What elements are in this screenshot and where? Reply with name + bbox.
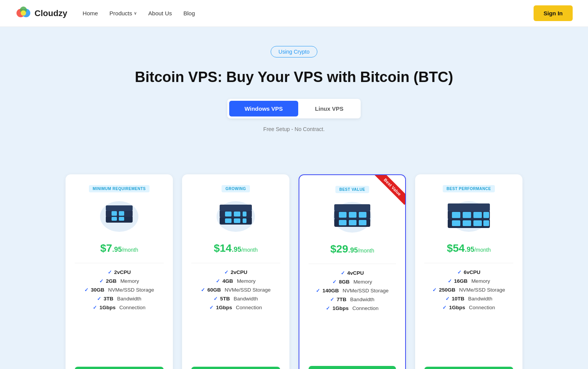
plan-badge-perf: BEST PERFORMANCE: [443, 185, 495, 192]
svg-rect-35: [452, 220, 460, 226]
svg-rect-26: [339, 220, 347, 225]
tab-windows[interactable]: Windows VPS: [229, 101, 298, 116]
plan-card-perf: BEST PERFORMANCE $5: [415, 174, 522, 369]
plan-card-best: Best Value BEST VALUE $29.95/mon: [299, 174, 406, 369]
svg-rect-14: [225, 212, 232, 216]
cta-button-best[interactable]: Get Started: [309, 366, 396, 369]
navbar: Cloudzy Home Products About Us Blog Sign…: [0, 0, 588, 27]
plan-specs-grow: ✓2vCPU ✓4GB Memory ✓60GB NVMe/SSD Storag…: [191, 269, 280, 313]
svg-rect-16: [225, 218, 232, 223]
svg-rect-7: [112, 211, 117, 216]
cta-button-min[interactable]: Get Started: [75, 367, 164, 369]
svg-rect-10: [119, 217, 124, 221]
plan-specs-best: ✓4vCPU ✓8GB Memory ✓140GB NVMe/SSD Stora…: [309, 270, 396, 314]
svg-rect-18: [243, 212, 246, 216]
server-illustration-perf: [446, 199, 492, 234]
svg-rect-31: [448, 203, 490, 211]
server-illustration-min: [96, 199, 142, 234]
logo-icon: [15, 5, 31, 21]
nav-home[interactable]: Home: [83, 10, 98, 16]
plan-price-grow: $14.95/month: [214, 242, 258, 254]
brand-logo[interactable]: Cloudzy: [15, 5, 67, 21]
svg-rect-27: [349, 220, 356, 225]
crypto-badge[interactable]: Using Crypto: [271, 46, 318, 57]
pricing-section: MINIMUM REQUIREMENTS $7.95/month ✓2vCPU: [0, 174, 588, 369]
cta-button-perf[interactable]: Get Started: [424, 367, 513, 369]
signin-button[interactable]: Sign In: [534, 5, 573, 21]
svg-rect-19: [243, 218, 246, 223]
svg-rect-22: [334, 204, 370, 211]
plan-specs-perf: ✓6vCPU ✓16GB Memory ✓250GB NVMe/SSD Stor…: [424, 269, 513, 313]
plan-card-grow: GROWING $14.95/month: [182, 174, 289, 369]
hero-title: Bitcoin VPS: Buy Your VPS with Bitcoin (…: [15, 69, 573, 85]
server-illustration-grow: [213, 199, 259, 234]
svg-rect-6: [106, 205, 133, 211]
plan-badge-grow: GROWING: [222, 185, 250, 192]
svg-rect-36: [463, 220, 471, 226]
svg-rect-9: [112, 217, 117, 221]
hero-section: Using Crypto Bitcoin VPS: Buy Your VPS w…: [0, 27, 588, 174]
plan-card-min: MINIMUM REQUIREMENTS $7.95/month ✓2vCPU: [66, 174, 173, 369]
brand-name: Cloudzy: [34, 8, 67, 18]
plan-price-min: $7.95/month: [100, 242, 138, 254]
svg-point-3: [21, 10, 26, 16]
svg-rect-39: [483, 220, 489, 226]
svg-rect-38: [483, 212, 489, 218]
svg-rect-28: [359, 220, 366, 225]
svg-rect-17: [234, 218, 240, 223]
svg-rect-8: [119, 211, 124, 216]
svg-rect-24: [349, 212, 356, 218]
nav-blog[interactable]: Blog: [183, 10, 195, 16]
svg-rect-25: [359, 212, 366, 218]
svg-rect-34: [473, 212, 482, 218]
tab-linux[interactable]: Linux VPS: [300, 101, 359, 116]
vps-tabs: Windows VPS Linux VPS: [227, 99, 361, 118]
plan-price-best: $29.95/month: [330, 243, 374, 255]
svg-rect-32: [452, 212, 460, 218]
plan-badge-min: MINIMUM REQUIREMENTS: [89, 185, 149, 192]
plan-badge-best: BEST VALUE: [335, 186, 369, 193]
nav-about[interactable]: About Us: [148, 10, 172, 16]
best-value-ribbon: Best Value: [371, 175, 405, 210]
nav-products[interactable]: Products: [110, 10, 137, 16]
svg-rect-15: [234, 212, 240, 216]
plan-specs-min: ✓2vCPU ✓2GB Memory ✓30GB NVMe/SSD Storag…: [75, 269, 164, 313]
plan-price-perf: $54.95/month: [447, 242, 491, 254]
svg-rect-13: [220, 205, 252, 211]
free-setup-text: Free Setup - No Contract.: [15, 126, 573, 132]
server-illustration-best: [329, 200, 375, 235]
svg-rect-33: [463, 212, 471, 218]
nav-links: Home Products About Us Blog: [83, 10, 195, 16]
svg-rect-37: [473, 220, 482, 226]
svg-rect-23: [339, 212, 347, 218]
cta-button-grow[interactable]: Get Started: [191, 367, 280, 369]
